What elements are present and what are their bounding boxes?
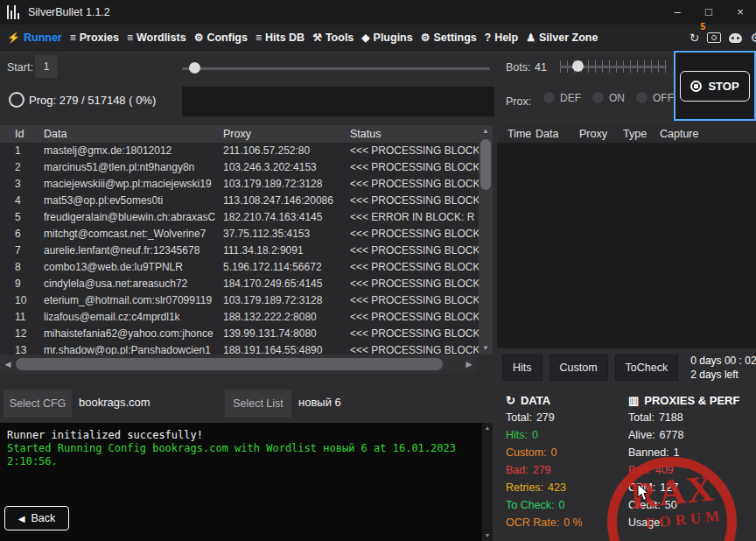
scroll-thumb[interactable] (480, 139, 491, 190)
header-status: Status (350, 128, 493, 140)
edge-gear-icon[interactable]: ⚙ (750, 31, 756, 45)
hits-tab-button[interactable]: Custom (550, 355, 608, 381)
cell-proxy: 103.246.3.202:4153 (223, 159, 350, 176)
prox-radio-group: DEF ON OFF (542, 91, 674, 104)
select-list-button[interactable]: Select List (225, 390, 291, 418)
start-slider-thumb[interactable] (189, 62, 200, 74)
stat-label: Usage: (628, 516, 663, 529)
maximize-button[interactable]: □ (693, 0, 724, 25)
cell-id: 3 (0, 176, 44, 193)
results-vertical-scrollbar[interactable]: ▲ ▼ (479, 125, 493, 355)
log-line: Started Running Config bookrags.com with… (7, 442, 477, 468)
nav-item[interactable]: ⚙ Settings (421, 32, 477, 44)
hscroll-thumb[interactable] (16, 358, 443, 370)
stat-row: Alive:6778 (628, 426, 739, 444)
nav-item-label: Runner (24, 32, 62, 44)
header-time: Time (497, 128, 536, 140)
nav-items: ⚡ Runner ≡ Proxies ≡ Wordlists ⚙ Configs (7, 32, 598, 44)
scroll-right-icon[interactable]: ▶ (461, 355, 477, 374)
nav-item[interactable]: ≡ Wordlists (127, 32, 186, 44)
close-button[interactable]: × (724, 0, 756, 25)
table-row[interactable]: 7 aurelie.lenfant@neuf.fr:12345678 111.3… (0, 242, 493, 259)
stat-label: Custom: (506, 446, 547, 459)
bots-slider-thumb[interactable] (572, 60, 584, 72)
cell-data: cindylela@usa.net:areasuch72 (44, 276, 223, 292)
prox-radio-option[interactable]: ON (592, 91, 625, 104)
nav-item-label: Settings (433, 32, 476, 44)
nav-item[interactable]: ◆ Plugins (361, 32, 412, 44)
bots-slider[interactable] (560, 60, 667, 74)
nav-item[interactable]: ≡ Proxies (70, 32, 119, 44)
nav-item-icon: ⚙ (194, 32, 204, 44)
cell-status: <<< PROCESSING BLOCK (350, 309, 493, 326)
radio-label: OFF (653, 92, 674, 104)
scroll-up-icon[interactable]: ▲ (479, 125, 493, 137)
results-table-header: Id Data Proxy Status (0, 125, 493, 143)
table-row[interactable]: 9 cindylela@usa.net:areasuch72 184.170.2… (0, 276, 493, 292)
data-stats-header: ↻ DATA (506, 391, 587, 409)
select-cfg-button[interactable]: Select CFG (4, 390, 72, 418)
stat-row: Hits:0 (506, 426, 587, 444)
table-row[interactable]: 4 mat53@op.pl:ev5omes0ti 113.108.247.146… (0, 193, 493, 209)
header-data: Data (44, 128, 223, 140)
radio-dot-icon[interactable] (635, 91, 648, 104)
hits-tabs: Hits Custom ToCheck (502, 355, 678, 381)
nav-item-label: Wordlists (136, 32, 186, 44)
log-scroll-down-icon[interactable]: ▼ (482, 530, 493, 541)
table-row[interactable]: 11 lizafous@email.cz:c4mprdl1k 188.132.2… (0, 309, 493, 326)
discord-icon[interactable] (729, 33, 742, 43)
table-row[interactable]: 12 mihaistefania62@yahoo.com:jhonce 139.… (0, 326, 493, 342)
stop-panel: STOP (674, 51, 756, 121)
stop-button[interactable]: STOP (680, 71, 749, 102)
stat-label: Bad: (628, 464, 651, 476)
nav-item[interactable]: ⚒ Tools (312, 32, 354, 44)
nav-item[interactable]: ? Help (485, 32, 518, 44)
window-controls: – □ × (662, 0, 756, 25)
nav-item[interactable]: ♟ Silver Zone (526, 32, 598, 44)
table-row[interactable]: 13 mr.shadow@op.pl:Panshadowcien1 188.19… (0, 342, 493, 355)
stat-label: Total: (628, 411, 654, 424)
scrollbar-corner (477, 355, 493, 374)
log-scroll-up-icon[interactable]: ▲ (482, 423, 493, 433)
hits-tab-button[interactable]: ToCheck (615, 355, 679, 381)
scroll-left-icon[interactable]: ◀ (0, 355, 16, 374)
table-row[interactable]: 10 eterium_@hotmail.com:slr07099119 103.… (0, 292, 493, 309)
cell-status: <<< PROCESSING BLOCK (350, 276, 493, 292)
nav-item[interactable]: ⚡ Runner (7, 32, 62, 44)
radio-dot-icon[interactable] (592, 91, 605, 104)
table-row[interactable]: 3 maciejewskiii@wp.pl:maciejewski19 103.… (0, 176, 493, 193)
nav-item[interactable]: ⚙ Configs (194, 32, 248, 44)
nav-item[interactable]: ≡ Hits DB (256, 32, 304, 44)
start-input[interactable]: 1 (35, 55, 58, 78)
proxies-stats-header: ▥ PROXIES & PERF (628, 391, 739, 409)
stat-value: 0 (559, 499, 565, 511)
prox-radio-option[interactable]: OFF (635, 91, 674, 104)
radio-dot-icon[interactable] (542, 91, 556, 104)
header-type: Type (623, 128, 660, 140)
table-row[interactable]: 6 mitchgt@comcast.net:_Wolverine7 37.75.… (0, 226, 493, 242)
stat-row: Retries:423 (506, 479, 587, 496)
back-button[interactable]: ◀ Back (4, 506, 69, 530)
nav-item-icon: ≡ (127, 32, 133, 44)
data-stats-title: DATA (521, 394, 550, 407)
history-icon[interactable]: ↻ (690, 31, 700, 45)
log-scrollbar[interactable]: ▲ ▼ (482, 423, 493, 541)
table-row[interactable]: 2 marcinus51@tlen.pl:nt9hangy8n 103.246.… (0, 159, 493, 176)
stat-label: Banned: (628, 446, 669, 459)
scroll-down-icon[interactable]: ▼ (479, 342, 493, 355)
cell-data: aurelie.lenfant@neuf.fr:12345678 (44, 242, 223, 259)
table-row[interactable]: 5 freudigeralain@bluewin.ch:abraxasC 182… (0, 209, 493, 226)
table-row[interactable]: 8 combo13@web.de:lu9TPNLR 5.196.172.114:… (0, 259, 493, 276)
runner-timer: 0 days 00 : 02 : 29 2 days left (690, 354, 756, 382)
screenshot-icon[interactable] (707, 32, 721, 43)
stop-icon (690, 81, 702, 92)
header-proxy: Proxy (223, 128, 350, 140)
hits-tab-button[interactable]: Hits (502, 355, 542, 381)
cell-status: <<< PROCESSING BLOCK (350, 342, 493, 355)
nav-item-icon: ⚙ (421, 32, 430, 44)
results-horizontal-scrollbar[interactable]: ◀ ▶ (0, 355, 477, 374)
prox-radio-option[interactable]: DEF (542, 91, 581, 104)
table-row[interactable]: 1 mastelj@gmx.de:18012012 211.106.57.252… (0, 143, 493, 159)
minimize-button[interactable]: – (662, 0, 693, 25)
start-slider[interactable] (182, 61, 490, 75)
